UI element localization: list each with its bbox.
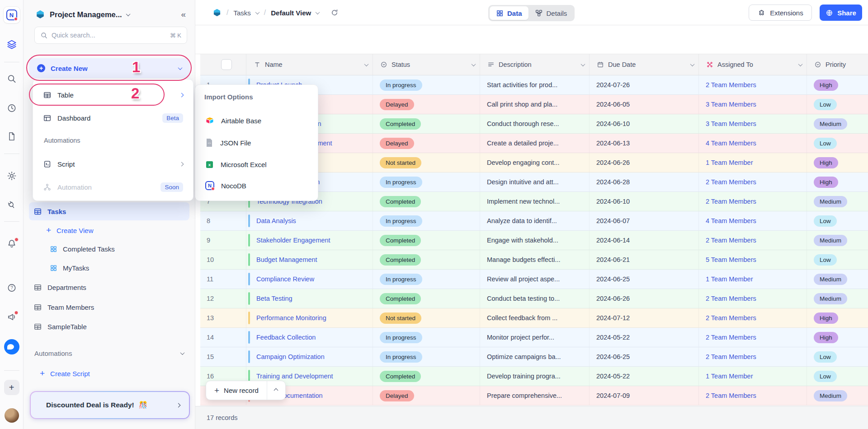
status-cell[interactable]: Not started bbox=[373, 153, 480, 172]
name-cell[interactable]: Data Analysis bbox=[246, 211, 373, 230]
row-number-cell[interactable]: 13 bbox=[200, 308, 246, 327]
description-cell[interactable]: Monitor project perfor... bbox=[480, 328, 590, 347]
status-cell[interactable]: Completed bbox=[373, 367, 480, 386]
new-record-button[interactable]: +New record bbox=[206, 381, 286, 400]
tab-details[interactable]: Details bbox=[528, 6, 574, 20]
assigned-to-cell[interactable]: 2 Team Members bbox=[699, 231, 807, 250]
name-cell[interactable]: Feedback Collection bbox=[246, 328, 373, 347]
create-view-button[interactable]: + Create View bbox=[42, 222, 189, 238]
row-number-cell[interactable]: 9 bbox=[200, 231, 246, 250]
status-badge[interactable]: Completed bbox=[380, 196, 421, 207]
breadcrumb-table[interactable]: Tasks bbox=[233, 9, 250, 17]
recent-icon[interactable] bbox=[6, 103, 17, 113]
priority-cell[interactable]: Low bbox=[807, 250, 868, 269]
assigned-to-link[interactable]: 1 Team Member bbox=[706, 275, 753, 283]
status-cell[interactable]: In progress bbox=[373, 270, 480, 289]
document-icon[interactable] bbox=[7, 131, 17, 141]
description-cell[interactable]: Collect feedback from ... bbox=[480, 308, 590, 327]
record-name-link[interactable]: Compliance Review bbox=[256, 275, 314, 283]
due-date-cell[interactable]: 2024-06-26 bbox=[590, 289, 699, 308]
status-badge[interactable]: Completed bbox=[380, 118, 421, 130]
assigned-to-cell[interactable]: 3 Team Members bbox=[699, 114, 807, 133]
priority-cell[interactable]: Medium bbox=[807, 270, 868, 289]
description-cell[interactable]: Start activities for prod... bbox=[480, 75, 590, 94]
priority-cell[interactable]: High bbox=[807, 173, 868, 191]
priority-cell[interactable]: High bbox=[807, 75, 868, 94]
status-cell[interactable]: Completed bbox=[373, 231, 480, 250]
assigned-to-link[interactable]: 3 Team Members bbox=[706, 120, 756, 127]
chevron-down-icon[interactable] bbox=[472, 62, 476, 66]
status-badge[interactable]: Delayed bbox=[380, 99, 414, 110]
due-date-cell[interactable]: 2024-06-07 bbox=[590, 211, 699, 230]
status-cell[interactable]: Not started bbox=[373, 308, 480, 327]
record-name-link[interactable]: Beta Testing bbox=[256, 295, 292, 302]
chevron-down-icon[interactable] bbox=[690, 62, 695, 66]
assigned-to-cell[interactable]: 4 Team Members bbox=[699, 211, 807, 230]
priority-cell[interactable]: Medium bbox=[807, 386, 868, 405]
priority-cell[interactable]: Medium bbox=[807, 289, 868, 308]
record-name-link[interactable]: Feedback Collection bbox=[256, 334, 316, 341]
due-date-cell[interactable]: 2024-06-10 bbox=[590, 192, 699, 211]
record-name-link[interactable]: Data Analysis bbox=[256, 217, 296, 224]
column-header-assigned-to[interactable]: Assigned To bbox=[699, 54, 807, 75]
sidebar-item-departments[interactable]: Departments bbox=[29, 279, 189, 295]
name-cell[interactable]: Beta Testing bbox=[246, 289, 373, 308]
tab-data[interactable]: Data bbox=[490, 6, 528, 20]
assigned-to-link[interactable]: 1 Team Member bbox=[706, 159, 753, 166]
status-cell[interactable]: Completed bbox=[373, 289, 480, 308]
status-cell[interactable]: Completed bbox=[373, 114, 480, 133]
assigned-to-link[interactable]: 2 Team Members bbox=[706, 353, 756, 360]
create-new-button[interactable]: + Create New bbox=[29, 58, 190, 78]
record-name-link[interactable]: Stakeholder Engagement bbox=[256, 237, 330, 244]
assigned-to-link[interactable]: 5 Team Members bbox=[706, 256, 756, 263]
assigned-to-cell[interactable]: 2 Team Members bbox=[699, 308, 807, 327]
sidebar-item-team-members[interactable]: Team Members bbox=[29, 299, 189, 315]
status-cell[interactable]: In progress bbox=[373, 328, 480, 347]
collapse-sidebar-icon[interactable]: « bbox=[181, 9, 186, 19]
status-cell[interactable]: Delayed bbox=[373, 134, 480, 153]
status-badge[interactable]: Not started bbox=[380, 312, 421, 324]
status-cell[interactable]: Completed bbox=[373, 192, 480, 211]
assigned-to-cell[interactable]: 1 Team Member bbox=[699, 367, 807, 386]
quick-search-input[interactable] bbox=[52, 32, 166, 39]
select-all-checkbox[interactable] bbox=[221, 59, 232, 70]
assigned-to-link[interactable]: 2 Team Members bbox=[706, 295, 756, 302]
status-badge[interactable]: In progress bbox=[380, 332, 422, 343]
priority-cell[interactable]: Medium bbox=[807, 114, 868, 133]
priority-badge[interactable]: Medium bbox=[814, 196, 847, 207]
sidebar-item-sampletable[interactable]: SampleTable bbox=[29, 318, 189, 335]
status-badge[interactable]: Completed bbox=[380, 254, 421, 266]
status-badge[interactable]: In progress bbox=[380, 215, 422, 227]
due-date-cell[interactable]: 2024-07-09 bbox=[590, 386, 699, 405]
breadcrumb-view[interactable]: Default View bbox=[271, 9, 311, 17]
status-cell[interactable]: Delayed bbox=[373, 95, 480, 114]
row-number-cell[interactable]: 10 bbox=[200, 250, 246, 269]
priority-badge[interactable]: Low bbox=[814, 254, 837, 266]
sidebar-view-completed-tasks[interactable]: Completed Tasks bbox=[45, 241, 189, 257]
description-cell[interactable]: Implement new technol... bbox=[480, 192, 590, 211]
status-badge[interactable]: In progress bbox=[380, 79, 422, 91]
chevron-down-icon[interactable] bbox=[364, 62, 369, 66]
assigned-to-link[interactable]: 3 Team Members bbox=[706, 101, 756, 108]
due-date-cell[interactable]: 2024-06-05 bbox=[590, 95, 699, 114]
assigned-to-link[interactable]: 2 Team Members bbox=[706, 314, 756, 322]
priority-badge[interactable]: Low bbox=[814, 215, 837, 227]
status-cell[interactable]: In progress bbox=[373, 75, 480, 94]
column-header-priority[interactable]: Priority bbox=[807, 54, 868, 75]
column-header-status[interactable]: Status bbox=[373, 54, 480, 75]
due-date-cell[interactable]: 2024-06-21 bbox=[590, 250, 699, 269]
name-cell[interactable]: Compliance Review bbox=[246, 270, 373, 289]
status-cell[interactable]: Delayed bbox=[373, 386, 480, 405]
assigned-to-link[interactable]: 2 Team Members bbox=[706, 81, 756, 89]
share-button[interactable]: Share bbox=[820, 5, 862, 21]
status-badge[interactable]: In progress bbox=[380, 274, 422, 285]
status-badge[interactable]: In progress bbox=[380, 177, 422, 188]
description-cell[interactable]: Develop engaging cont... bbox=[480, 153, 590, 172]
menu-item-script[interactable]: Script bbox=[38, 155, 189, 173]
due-date-cell[interactable]: 2024-06-14 bbox=[590, 231, 699, 250]
due-date-cell[interactable]: 2024-07-12 bbox=[590, 308, 699, 327]
automations-section-header[interactable]: Automations bbox=[29, 345, 189, 361]
priority-badge[interactable]: Medium bbox=[814, 274, 847, 285]
record-name-link[interactable]: Budget Management bbox=[256, 256, 317, 263]
import-item-json[interactable]: <> JSON File bbox=[199, 133, 314, 152]
